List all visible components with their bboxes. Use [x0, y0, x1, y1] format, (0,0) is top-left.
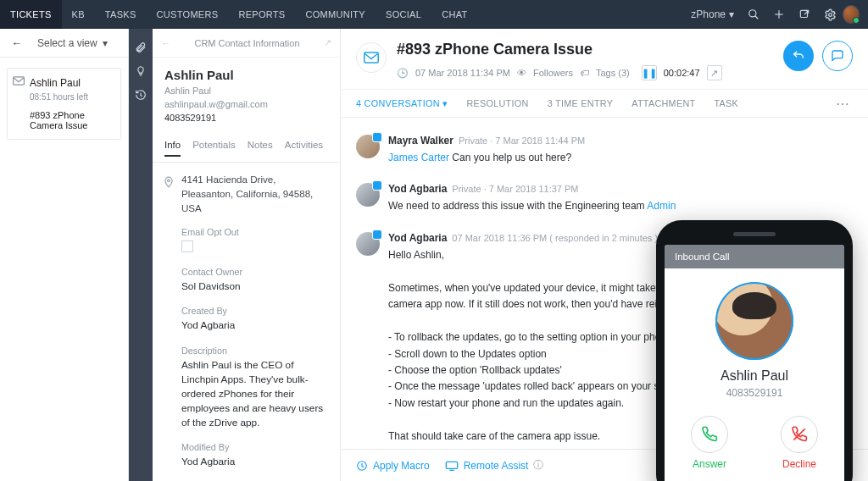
field-value: Yod Agbaria — [181, 455, 328, 469]
company-name: zPhone — [691, 8, 726, 20]
msg-meta: Private · 7 Mar 2018 11:44 PM — [459, 135, 585, 146]
caller-avatar — [715, 282, 793, 360]
msg-author: Yod Agbaria — [388, 232, 447, 244]
tab-conversation[interactable]: 4 CONVERSATION ▾ — [356, 98, 448, 109]
search-icon[interactable] — [741, 0, 766, 29]
gear-icon[interactable] — [817, 0, 843, 29]
crm-panel: ← CRM Contact Information ↗ Ashlin Paul … — [153, 29, 341, 481]
view-bar: ← Select a view ▾ — [0, 29, 128, 58]
email-opt-out-checkbox[interactable] — [181, 240, 193, 252]
chevron-down-icon: ▾ — [103, 37, 108, 49]
answer-label: Answer — [693, 458, 726, 470]
tab-resolution[interactable]: RESOLUTION — [466, 98, 528, 108]
caller-number: 4083529191 — [665, 387, 844, 399]
back-arrow-icon[interactable]: ← — [12, 37, 27, 49]
answer-call-button[interactable]: Answer — [691, 416, 728, 470]
svg-rect-8 — [364, 53, 379, 63]
nav-tasks[interactable]: TASKS — [95, 0, 147, 29]
msg-body: We need to address this issue with the E… — [388, 200, 647, 212]
reply-button[interactable] — [783, 41, 814, 71]
msg-author: Mayra Walker — [388, 135, 453, 147]
mention-link[interactable]: James Carter — [388, 152, 449, 163]
history-icon[interactable] — [129, 83, 153, 107]
remote-assist-button[interactable]: Remote Assist ⓘ — [445, 458, 544, 473]
tags-label[interactable]: Tags (3) — [596, 68, 630, 78]
nav-tickets[interactable]: TICKETS — [0, 0, 62, 29]
caller-name: Ashlin Paul — [665, 368, 844, 384]
contact-name: Ashlin Paul — [164, 68, 328, 82]
crm-header: ← CRM Contact Information ↗ — [153, 29, 340, 58]
more-icon[interactable]: ⋯ — [832, 96, 853, 112]
remote-assist-label: Remote Assist — [464, 460, 529, 472]
svg-rect-10 — [446, 462, 457, 468]
company-switcher[interactable]: zPhone ▾ — [684, 8, 741, 20]
profile-avatar[interactable] — [843, 0, 868, 29]
contact-address: 4141 Hacienda Drive, Pleasanton, Califor… — [181, 173, 328, 215]
top-nav: TICKETS KB TASKS CUSTOMERS REPORTS COMMU… — [0, 0, 868, 29]
crm-title: CRM Contact Information — [194, 38, 299, 48]
followers-label[interactable]: Followers — [533, 68, 573, 78]
ticket-date: 07 Mar 2018 11:34 PM — [415, 68, 510, 78]
envelope-icon — [13, 76, 25, 86]
view-selector-label: Select a view — [37, 37, 97, 49]
location-pin-icon — [163, 174, 175, 190]
field-label: Email Opt Out — [181, 227, 328, 237]
comment-button[interactable] — [822, 41, 853, 71]
ticket-list-pane: ← Select a view ▾ Ashlin Paul 08:51 hour… — [0, 29, 129, 481]
tab-attachment[interactable]: ATTACHMENT — [632, 98, 695, 108]
msg-author: Yod Agbaria — [388, 183, 447, 195]
call-header: Inbound Call — [665, 245, 844, 268]
ticket-card[interactable]: Ashlin Paul 08:51 hours left #893 zPhone… — [7, 68, 121, 140]
tab-notes[interactable]: Notes — [248, 140, 273, 157]
channel-badge-icon — [372, 229, 382, 240]
timer-pause-button[interactable]: ❚❚ — [642, 65, 657, 80]
attachment-icon[interactable] — [129, 36, 153, 59]
back-small-icon[interactable]: ← — [161, 38, 170, 48]
tab-activities[interactable]: Activities — [285, 140, 323, 157]
thread-message: Yod AgbariaPrivate · 7 Mar 2018 11:37 PM… — [356, 174, 853, 223]
msg-meta: 07 Mar 2018 11:36 PM ( responded in 2 mi… — [452, 233, 658, 243]
mention-link[interactable]: Admin — [647, 200, 676, 212]
crm-info-scroll[interactable]: 4141 Hacienda Drive, Pleasanton, Califor… — [153, 163, 340, 481]
crm-subtabs: Info Potentials Notes Activities — [153, 131, 340, 163]
svg-point-0 — [749, 10, 756, 17]
popout-icon[interactable]: ↗ — [324, 37, 331, 48]
timer-expand-button[interactable]: ↗ — [707, 65, 722, 80]
ticket-tabs: 4 CONVERSATION ▾ RESOLUTION 3 TIME ENTRY… — [341, 89, 868, 118]
nav-chat[interactable]: CHAT — [431, 0, 477, 29]
phone-answer-icon — [691, 416, 728, 453]
tab-task[interactable]: TASK — [714, 98, 738, 108]
nav-community[interactable]: COMMUNITY — [295, 0, 376, 29]
avatar — [356, 135, 380, 158]
nav-kb[interactable]: KB — [62, 0, 95, 29]
tab-info[interactable]: Info — [164, 140, 181, 157]
channel-badge-icon — [372, 132, 382, 142]
svg-line-1 — [755, 16, 759, 19]
field-value: Yod Agbaria — [181, 318, 328, 333]
tab-time-entry[interactable]: 3 TIME ENTRY — [548, 98, 614, 108]
svg-point-7 — [168, 180, 170, 182]
crm-fields: Email Opt Out Contact OwnerSol Davidson … — [181, 227, 328, 481]
tab-potentials[interactable]: Potentials — [192, 140, 236, 157]
add-icon[interactable] — [766, 0, 792, 29]
thread-message: Mayra WalkerPrivate · 7 Mar 2018 11:44 P… — [356, 126, 853, 174]
avatar — [356, 183, 380, 207]
open-external-icon[interactable] — [792, 0, 817, 29]
msg-body: Can you help us out here? — [449, 152, 571, 163]
phone-decline-icon — [781, 416, 818, 453]
nav-reports[interactable]: REPORTS — [228, 0, 295, 29]
view-selector[interactable]: Select a view ▾ — [37, 37, 108, 49]
chevron-down-icon: ▾ — [729, 8, 734, 20]
contact-email: ashlinpaul.w@gmail.com — [164, 99, 328, 109]
channel-badge-icon — [372, 180, 382, 191]
nav-social[interactable]: SOCIAL — [376, 0, 431, 29]
field-label: Created By — [181, 306, 328, 316]
svg-rect-4 — [800, 10, 807, 17]
decline-call-button[interactable]: Decline — [781, 416, 818, 470]
ticket-header: #893 zPhone Camera Issue 🕒 07 Mar 2018 1… — [341, 29, 868, 89]
nav-customers[interactable]: CUSTOMERS — [147, 0, 229, 29]
apply-macro-button[interactable]: Apply Macro — [356, 460, 430, 472]
field-value: Sol Davidson — [181, 279, 328, 294]
apply-macro-label: Apply Macro — [373, 460, 430, 472]
lightbulb-icon[interactable] — [129, 59, 153, 83]
